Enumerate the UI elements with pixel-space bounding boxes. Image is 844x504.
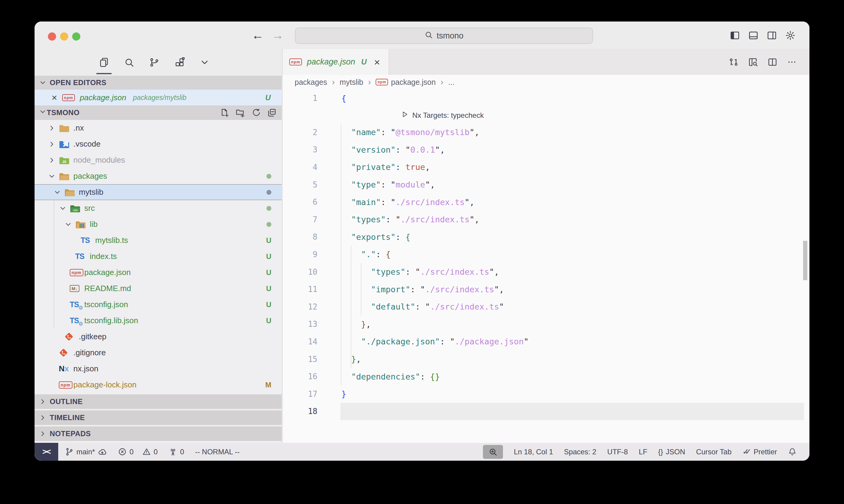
line-number: 4 bbox=[282, 163, 317, 172]
tab-bar: npm package.json U × bbox=[282, 49, 809, 75]
tab-package-json[interactable]: npm package.json U × bbox=[282, 49, 389, 75]
status-ports[interactable]: 0 bbox=[169, 447, 184, 456]
close-window-button[interactable] bbox=[48, 32, 56, 41]
line-number: 3 bbox=[282, 145, 317, 154]
code-line-7[interactable]: 7 "types": "./src/index.ts", bbox=[282, 211, 809, 228]
code-line-3[interactable]: 3 "version": "0.0.1", bbox=[282, 141, 809, 159]
code-line-1[interactable]: 1{ bbox=[282, 89, 809, 107]
activity-search-icon[interactable] bbox=[124, 57, 134, 68]
status-vim-mode[interactable]: -- NORMAL -- bbox=[195, 448, 240, 455]
mag-plus-icon bbox=[488, 447, 498, 456]
activity-source-control-icon[interactable] bbox=[149, 57, 159, 68]
code-line-12[interactable]: 12 "default": "./src/index.ts" bbox=[282, 298, 809, 316]
section-notepads[interactable]: NOTEPADS bbox=[35, 427, 282, 441]
status-indentation[interactable]: Spaces: 2 bbox=[564, 448, 596, 455]
breadcrumb-item[interactable]: ... bbox=[448, 78, 454, 87]
new-folder-icon[interactable] bbox=[236, 108, 245, 117]
tree-item-mytslib-ts[interactable]: TSmytslib.tsU bbox=[35, 232, 282, 248]
tree-item-mytslib[interactable]: mytslib bbox=[35, 184, 282, 200]
panel-right-icon[interactable] bbox=[767, 30, 777, 41]
status-cursor-position[interactable]: Ln 18, Col 1 bbox=[514, 448, 553, 455]
breadcrumb-separator: › bbox=[332, 77, 335, 87]
code-line-15[interactable]: 15 }, bbox=[282, 350, 809, 368]
minimize-window-button[interactable] bbox=[60, 32, 68, 41]
activity-files-icon[interactable] bbox=[99, 57, 109, 68]
double-check-icon: ✓✓ bbox=[742, 447, 747, 456]
status-zoom-indicator[interactable] bbox=[483, 445, 503, 459]
code-line-5[interactable]: 5 "type": "module", bbox=[282, 176, 809, 194]
code-line-9[interactable]: 9 ".": { bbox=[282, 246, 809, 263]
tree-item-packages[interactable]: packages bbox=[35, 168, 282, 184]
remote-indicator[interactable]: >< bbox=[35, 443, 58, 461]
zoom-window-button[interactable] bbox=[72, 32, 80, 41]
panel-search-icon[interactable] bbox=[748, 57, 758, 67]
ts-gear-icon: TS⚙ bbox=[70, 300, 84, 309]
tree-item--gitkeep[interactable]: .gitkeep bbox=[35, 329, 282, 345]
compare-changes-icon[interactable] bbox=[729, 57, 739, 67]
tree-item--vscode[interactable]: .vscode bbox=[35, 136, 282, 152]
close-icon[interactable]: × bbox=[52, 93, 57, 102]
tree-item--gitignore[interactable]: .gitignore bbox=[35, 345, 282, 361]
gear-icon[interactable] bbox=[785, 30, 795, 41]
status-language-mode[interactable]: {}JSON bbox=[658, 448, 685, 456]
tree-item-src[interactable]: </>src bbox=[35, 200, 282, 216]
code-line-16[interactable]: 16 "dependencies": {} bbox=[282, 368, 809, 385]
breadcrumb-item[interactable]: npmpackage.json bbox=[376, 78, 436, 87]
breadcrumb-item[interactable]: packages bbox=[295, 78, 327, 87]
tree-item-index-ts[interactable]: TSindex.tsU bbox=[35, 248, 282, 265]
status-eol[interactable]: LF bbox=[639, 448, 647, 455]
section-outline[interactable]: OUTLINE bbox=[35, 394, 282, 409]
close-tab-icon[interactable]: × bbox=[374, 57, 380, 67]
code-line-14[interactable]: 14 "./package.json": "./package.json" bbox=[282, 333, 809, 350]
status-encoding[interactable]: UTF-8 bbox=[607, 448, 628, 455]
project-section-header[interactable]: TSMONO bbox=[35, 105, 282, 120]
new-file-icon[interactable] bbox=[220, 108, 229, 117]
code-line-18[interactable]: 18 bbox=[282, 403, 809, 420]
back-button[interactable]: ← bbox=[252, 29, 264, 42]
forward-button[interactable]: → bbox=[272, 29, 284, 42]
open-editor-item[interactable]: × npm package.json packages/mytslib U bbox=[35, 90, 282, 105]
code-line-4[interactable]: 4 "private": true, bbox=[282, 158, 809, 176]
ts-icon: TS bbox=[81, 236, 94, 245]
status-cursor-tab[interactable]: Cursor Tab bbox=[696, 448, 731, 455]
code-line-17[interactable]: 17} bbox=[282, 385, 809, 403]
breadcrumb-item[interactable]: mytslib bbox=[340, 78, 363, 87]
status-prettier[interactable]: ✓✓Prettier bbox=[742, 447, 777, 456]
status-problems[interactable]: 00 bbox=[118, 447, 158, 456]
panel-bottom-icon[interactable] bbox=[748, 30, 758, 41]
code-line-6[interactable]: 6 "main": "./src/index.ts", bbox=[282, 193, 809, 211]
open-editor-file: package.json bbox=[80, 93, 126, 102]
tree-item--nx[interactable]: .nx bbox=[35, 120, 282, 136]
tree-item-tsconfig-json[interactable]: TS⚙tsconfig.jsonU bbox=[35, 296, 282, 312]
code-line-11[interactable]: 11 "import": "./src/index.ts", bbox=[282, 281, 809, 298]
code-line-13[interactable]: 13 }, bbox=[282, 316, 809, 333]
activity-extensions-icon[interactable] bbox=[174, 57, 185, 68]
open-editors-header[interactable]: OPEN EDITORS bbox=[35, 76, 282, 90]
code-line-8[interactable]: 8 "exports": { bbox=[282, 228, 809, 246]
collapse-all-icon[interactable] bbox=[267, 108, 276, 117]
split-editor-icon[interactable] bbox=[768, 57, 777, 67]
tree-item-readme-md[interactable]: M↓README.mdU bbox=[35, 281, 282, 296]
line-number: 6 bbox=[282, 197, 317, 206]
more-actions-icon[interactable] bbox=[787, 57, 797, 67]
code-line-2[interactable]: 2 "name": "@tsmono/mytslib", bbox=[282, 124, 809, 141]
tree-item-node-modules[interactable]: JSnode_modules bbox=[35, 152, 282, 168]
editor-scrollbar[interactable] bbox=[803, 241, 807, 280]
code-line-10[interactable]: 10 "types": "./src/index.ts", bbox=[282, 263, 809, 281]
status-git-branch[interactable]: main* bbox=[65, 447, 107, 456]
tree-item-tsconfig-lib-json[interactable]: TS⚙tsconfig.lib.jsonU bbox=[35, 312, 282, 329]
command-center-search[interactable]: tsmono bbox=[295, 28, 593, 44]
braces-icon: {} bbox=[658, 448, 663, 456]
tree-item-package-lock-json[interactable]: npmpackage-lock.jsonM bbox=[35, 377, 282, 393]
tree-item-lib[interactable]: lib bbox=[35, 216, 282, 232]
codelens-nx-targets[interactable]: Nx Targets: typecheck bbox=[282, 107, 809, 124]
tree-item-nx-json[interactable]: Nxnx.json bbox=[35, 361, 282, 377]
tree-item-package-json[interactable]: npmpackage.jsonU bbox=[35, 265, 282, 281]
refresh-icon[interactable] bbox=[251, 108, 260, 117]
section-timeline[interactable]: TIMELINE bbox=[35, 410, 282, 425]
panel-left-icon[interactable] bbox=[730, 30, 740, 41]
chevron-right-icon bbox=[39, 430, 47, 438]
activity-chevron-down-icon[interactable] bbox=[200, 57, 210, 68]
line-number: 15 bbox=[282, 355, 317, 364]
status-notifications[interactable] bbox=[788, 447, 797, 456]
